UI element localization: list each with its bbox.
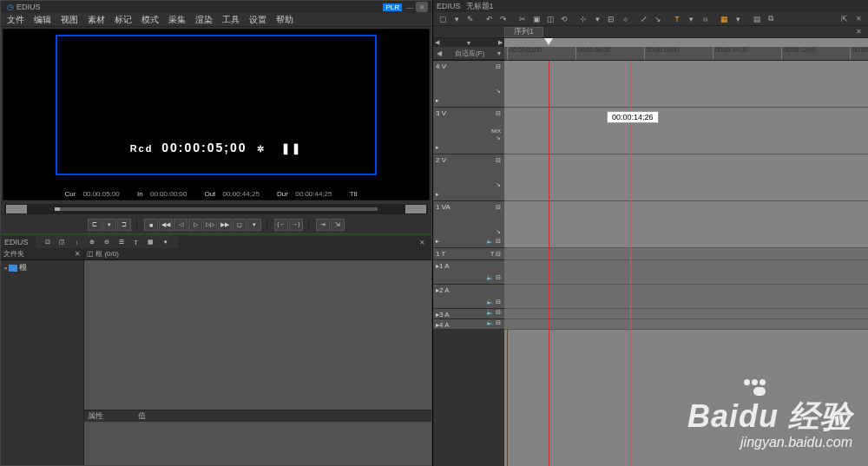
timecode-overlay: 00:00:05;00 — [161, 141, 247, 154]
bin-text-button[interactable]: T — [129, 236, 143, 248]
tl-delete-icon[interactable]: ⊟ — [605, 13, 617, 25]
menu-help[interactable]: 帮助 — [272, 14, 298, 26]
track-header[interactable]: ▸4 A🔈 ⊟ — [433, 319, 504, 330]
track-header[interactable]: ▸2 A🔈 ⊟ — [433, 285, 504, 309]
track-header[interactable]: 2 V⊟▸↘ — [433, 154, 504, 201]
playhead-line[interactable] — [549, 61, 549, 466]
playhead-caret[interactable] — [544, 38, 553, 45]
tl-new-dropdown[interactable]: ▾ — [450, 13, 463, 25]
seek-bar[interactable] — [4, 204, 428, 214]
tl-marker-icon[interactable]: ⌾ — [699, 13, 711, 25]
tl-cut-icon[interactable]: ✂ — [516, 13, 529, 25]
track-header[interactable]: 1 VA⊟🔈 ⊟▸↘ — [433, 201, 504, 248]
loop-button[interactable]: ◻ — [233, 219, 247, 231]
minimize-button[interactable]: — — [404, 2, 416, 12]
bin-remove-button[interactable]: ⊖ — [100, 236, 114, 248]
track-lane[interactable] — [504, 248, 868, 260]
menu-settings[interactable]: 设置 — [245, 14, 271, 26]
video-viewport[interactable]: Rcd 00:00:05;00 ✲ ❚❚ Cur 00:00:05;00 In … — [3, 29, 430, 200]
tl-layout-icon[interactable]: ▦ — [718, 13, 730, 25]
next-frame-button[interactable]: ▷▷ — [203, 219, 217, 231]
bin-content-area[interactable]: ◫ 根 (0/0) 属性 值 — [84, 248, 431, 465]
track-header[interactable]: 1 TT ⊟ — [433, 248, 504, 260]
track-lane[interactable] — [504, 61, 868, 108]
rewind-button[interactable]: ◀◀ — [159, 219, 173, 231]
tl-undo-icon[interactable]: ↶ — [483, 13, 496, 25]
menu-edit[interactable]: 编辑 — [30, 14, 56, 26]
tl-redo-icon[interactable]: ↷ — [497, 13, 510, 25]
tracks-area[interactable]: 00:00:14;26 — [504, 61, 868, 466]
tl-fade-icon[interactable]: ↘ — [652, 13, 664, 25]
bin-content-tab[interactable]: ◫ 根 (0/0) — [84, 248, 431, 260]
bin-close-button[interactable]: ✕ — [416, 237, 428, 247]
menu-file[interactable]: 文件 — [3, 14, 29, 26]
tl-close-button[interactable]: ✕ — [852, 14, 865, 24]
menu-capture[interactable]: 采集 — [164, 14, 190, 26]
track-lane[interactable] — [504, 201, 868, 248]
track-header[interactable]: ▸3 A🔈 ⊟ — [433, 309, 504, 319]
tl-transition-icon[interactable]: ⤢ — [638, 13, 650, 25]
autofit-dropdown[interactable]: ◀自适应(F)▾ — [433, 47, 504, 59]
bin-folder-tree[interactable]: 文件夹✕ ▫ 根 — [1, 248, 84, 465]
nav-down-icon[interactable]: ▼ — [466, 40, 472, 46]
insert-button[interactable]: ⇥ — [316, 219, 330, 231]
bin-search-button[interactable]: ⊡ — [41, 236, 55, 248]
tl-snap-icon[interactable]: ⧉ — [765, 13, 777, 25]
seek-track[interactable] — [55, 207, 378, 211]
prev-edit-button[interactable]: ⟨← — [274, 219, 288, 231]
close-button[interactable]: ✕ — [416, 2, 428, 12]
tl-copy-icon[interactable]: ▣ — [530, 13, 542, 25]
tl-splitdrop-icon[interactable]: ▾ — [591, 13, 603, 25]
nav-left-icon[interactable]: ◀ — [435, 39, 439, 46]
set-in-button[interactable]: ⊏ — [88, 219, 102, 231]
track-header[interactable]: 4 V⊟▸↘ — [433, 61, 504, 108]
stop-button[interactable]: ■ — [144, 219, 158, 231]
track-header[interactable]: 3 V⊟MIX▸↘ — [433, 108, 504, 154]
track-lane[interactable] — [504, 309, 868, 319]
track-lane[interactable] — [504, 154, 868, 201]
prev-frame-button[interactable]: ◁ — [174, 219, 187, 231]
tl-new-icon[interactable]: ▢ — [437, 13, 449, 25]
track-lane[interactable] — [504, 285, 868, 309]
tl-save-icon[interactable]: ✎ — [464, 13, 477, 25]
play-button[interactable]: ▷ — [188, 219, 202, 231]
bin-view-dropdown[interactable]: ▾ — [159, 236, 173, 248]
tl-render-icon[interactable]: ▤ — [751, 13, 763, 25]
tl-title-icon[interactable]: T — [671, 13, 683, 25]
tl-split-icon[interactable]: ⊹ — [577, 13, 589, 25]
sequence-tab[interactable]: 序列1 — [504, 27, 543, 37]
next-edit-button[interactable]: →⟩ — [289, 219, 303, 231]
bin-props-button[interactable]: ☰ — [115, 236, 128, 248]
bin-add-button[interactable]: ⊕ — [85, 236, 99, 248]
track-header[interactable]: ▸1 A🔈 ⊟ — [433, 260, 504, 285]
bin-tree-tab[interactable]: 文件夹✕ — [1, 248, 83, 260]
set-out-button[interactable]: ⊐ — [117, 219, 131, 231]
track-lane[interactable] — [504, 319, 868, 330]
overwrite-button[interactable]: ⇲ — [331, 219, 345, 231]
track-lane[interactable] — [504, 108, 868, 154]
bin-root-item[interactable]: ▫ 根 — [1, 260, 83, 275]
nav-right-icon[interactable]: ▶ — [498, 39, 503, 46]
menu-clip[interactable]: 素材 — [83, 14, 109, 26]
tl-group-icon[interactable]: ⟐ — [619, 13, 631, 25]
time-ruler[interactable]: 00:00:00;0000:00:08;0000:00:16;0000:00:2… — [504, 38, 868, 61]
menu-tool[interactable]: 工具 — [218, 14, 244, 26]
loop-dropdown[interactable]: ▾ — [247, 219, 261, 231]
tl-export-icon[interactable]: ⇱ — [838, 13, 851, 25]
tl-title-dropdown[interactable]: ▾ — [685, 13, 697, 25]
bin-view-button[interactable]: ▦ — [144, 236, 158, 248]
track-lane[interactable] — [504, 260, 868, 285]
record-overlay: Rcd 00:00:05;00 ✲ ❚❚ — [57, 141, 375, 154]
menu-marker[interactable]: 标记 — [110, 14, 136, 26]
seq-close-button[interactable]: ✕ — [852, 27, 865, 37]
tl-paste-icon[interactable]: ◫ — [544, 13, 556, 25]
dropdown-button[interactable]: ▾ — [102, 219, 116, 231]
menu-view[interactable]: 视图 — [56, 14, 82, 26]
fast-forward-button[interactable]: ▶▶ — [218, 219, 232, 231]
bin-up-button[interactable]: ↑ — [70, 236, 84, 248]
tl-layout-dropdown[interactable]: ▾ — [732, 13, 744, 25]
tl-ripple-icon[interactable]: ⟲ — [558, 13, 570, 25]
menu-mode[interactable]: 模式 — [137, 14, 163, 26]
bin-folder-button[interactable]: ◫ — [56, 236, 69, 248]
menu-render[interactable]: 渲染 — [191, 14, 217, 26]
